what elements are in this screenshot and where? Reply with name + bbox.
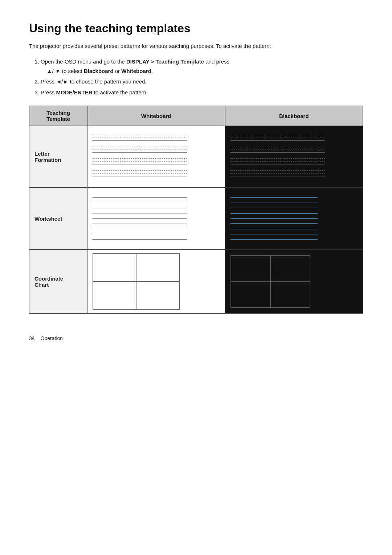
coord-cell-1 [93,254,136,282]
label-coordinate-chart: CoordinateChart [29,250,87,314]
table-header-row: TeachingTemplate Whiteboard Blackboard [29,106,363,126]
coord-cell-bb-1 [231,256,270,282]
step-3: Press MODE/ENTER to activate the pattern… [41,88,363,97]
whiteboard-coordinate-chart [87,250,225,314]
coord-cell-2 [136,254,179,282]
coord-cell-3 [93,282,136,310]
table-row-letter-formation: LetterFormation [29,126,363,188]
col-header-whiteboard: Whiteboard [87,106,225,126]
coord-cell-bb-3 [231,282,270,308]
whiteboard-worksheet [87,188,225,250]
col-header-blackboard: Blackboard [225,106,363,126]
coord-cell-bb-4 [270,282,310,308]
blackboard-coordinate-chart [225,250,363,314]
coord-cell-bb-2 [270,256,310,282]
blackboard-letter-formation [225,126,363,188]
step-2: Press ◄/► to choose the pattern you need… [41,77,363,86]
page-number: 34 [29,335,35,341]
steps-list: Open the OSD menu and go to the DISPLAY … [41,57,363,97]
whiteboard-letter-formation [87,126,225,188]
intro-paragraph: The projector provides several preset pa… [29,42,327,50]
page-footer: 34 Operation [29,335,363,341]
blackboard-worksheet [225,188,363,250]
table-row-coordinate-chart: CoordinateChart [29,250,363,314]
col-header-template: TeachingTemplate [29,106,87,126]
step-1: Open the OSD menu and go to the DISPLAY … [41,57,363,76]
label-worksheet: Worksheet [29,188,87,250]
page-title: Using the teaching templates [29,22,363,35]
teaching-template-table: TeachingTemplate Whiteboard Blackboard L… [29,106,363,314]
coord-cell-4 [136,282,179,310]
table-row-worksheet: Worksheet [29,188,363,250]
label-letter-formation: LetterFormation [29,126,87,188]
section-label: Operation [41,335,63,341]
